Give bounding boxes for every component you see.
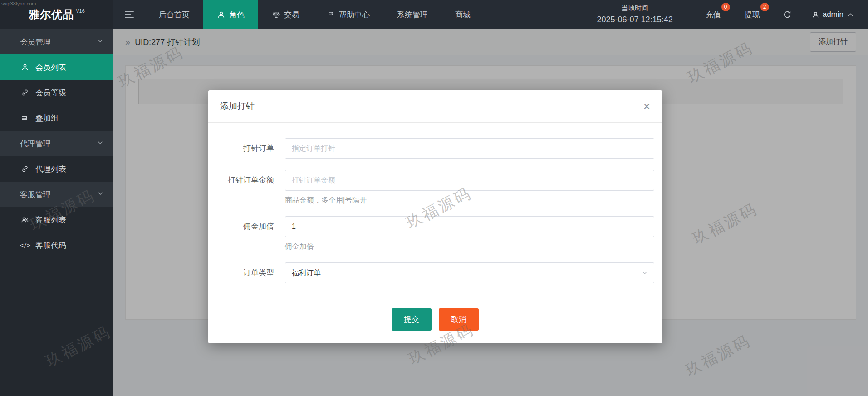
form-row-order-type: 订单类型 福利订单: [217, 262, 662, 283]
person-icon: [217, 10, 226, 19]
field-label: 打针订单金额: [217, 170, 274, 205]
logo-text: 雅尔优品: [29, 7, 74, 22]
add-injection-modal: 添加打针 × 打针订单 打针订单金额 商品金额，多个用|号隔开: [208, 90, 662, 343]
sidebar-item-label: 代理列表: [35, 164, 66, 174]
field-label: 订单类型: [217, 262, 274, 283]
app-logo: 雅尔优品 V16: [0, 0, 113, 29]
chevron-down-icon: [96, 37, 104, 47]
sidebar-item-service-code[interactable]: </> 客服代码: [0, 233, 113, 258]
order-amount-input[interactable]: [285, 170, 654, 191]
person-icon: [812, 11, 819, 19]
nav-roles[interactable]: 角色: [203, 0, 258, 29]
sidebar: 会员管理 会员列表 会员等级 叠加组 代理管理 代理列表 客服管理: [0, 29, 113, 396]
person-icon: [20, 63, 30, 71]
sidebar-group-label: 代理管理: [20, 139, 51, 149]
recharge-button[interactable]: 充值 0: [694, 0, 733, 29]
field-label: 佣金加倍: [217, 216, 274, 252]
link-icon: [20, 165, 30, 173]
close-icon[interactable]: ×: [643, 100, 650, 112]
form-row-order-amount: 打针订单金额 商品金额，多个用|号隔开: [217, 170, 662, 205]
sidebar-group-service-management[interactable]: 客服管理: [0, 182, 113, 207]
chevron-down-icon: [96, 139, 104, 149]
chevron-up-icon: [847, 11, 854, 19]
people-icon: [20, 216, 30, 224]
sidebar-item-label: 客服列表: [35, 215, 66, 225]
nav-help-center[interactable]: 帮助中心: [313, 0, 383, 29]
sidebar-item-label: 会员列表: [35, 62, 66, 73]
order-type-value: 福利订单: [292, 268, 321, 278]
user-menu[interactable]: admin: [803, 0, 868, 29]
chevron-down-icon: [641, 269, 648, 277]
field-hint: 商品金额，多个用|号隔开: [285, 196, 654, 205]
username: admin: [823, 10, 843, 19]
sidebar-item-member-list[interactable]: 会员列表: [0, 54, 113, 80]
nav-label: 系统管理: [397, 10, 428, 20]
sidebar-toggle-button[interactable]: [113, 0, 145, 29]
list-lines-icon: [20, 114, 30, 122]
nav-dashboard[interactable]: 后台首页: [145, 0, 203, 29]
local-time-value: 2025-06-07 12:15:42: [597, 14, 673, 26]
sidebar-group-agent-management[interactable]: 代理管理: [0, 131, 113, 156]
modal-header: 添加打针 ×: [208, 90, 662, 123]
local-time-label: 当地时间: [621, 3, 648, 14]
content-area: » UID:277 打针计划 添加打针 添加打针 × 打针订单: [113, 29, 868, 396]
recharge-badge: 0: [721, 3, 730, 11]
refresh-button[interactable]: [772, 0, 803, 29]
modal-title: 添加打针: [220, 100, 255, 112]
hamburger-icon: [125, 10, 134, 20]
field-hint: 佣金加倍: [285, 242, 654, 252]
sidebar-item-service-list[interactable]: 客服列表: [0, 207, 113, 233]
nav-label: 角色: [229, 10, 245, 20]
chevron-down-icon: [96, 189, 104, 200]
nav-label: 帮助中心: [339, 10, 370, 20]
sidebar-item-stack-group[interactable]: 叠加组: [0, 105, 113, 131]
withdraw-badge: 2: [760, 3, 769, 11]
order-type-select[interactable]: 福利订单: [285, 262, 654, 283]
nav-label: 交易: [284, 10, 299, 20]
nav-trade[interactable]: 交易: [258, 0, 313, 29]
logo-version: V16: [76, 8, 85, 14]
sidebar-item-label: 会员等级: [35, 88, 66, 98]
recharge-label: 充值: [706, 10, 721, 20]
scales-icon: [272, 10, 280, 19]
flag-icon: [327, 10, 335, 19]
injection-order-input[interactable]: [285, 138, 654, 159]
app-window: 雅尔优品 V16 后台首页 角色 交易 帮助中心: [0, 0, 868, 396]
submit-button[interactable]: 提交: [392, 308, 432, 331]
form-row-commission-multiplier: 佣金加倍 佣金加倍: [217, 216, 662, 252]
withdraw-button[interactable]: 提现 2: [733, 0, 772, 29]
withdraw-label: 提现: [745, 10, 760, 20]
sidebar-group-label: 客服管理: [20, 189, 51, 200]
link-icon: [20, 89, 30, 97]
sidebar-item-label: 客服代码: [35, 240, 66, 251]
modal-footer: 提交 取消: [208, 298, 662, 343]
code-icon: </>: [20, 242, 30, 249]
form-row-order: 打针订单: [217, 138, 662, 159]
refresh-icon: [783, 10, 792, 19]
nav-mall[interactable]: 商城: [441, 0, 484, 29]
nav-label: 后台首页: [159, 10, 190, 20]
nav-system-settings[interactable]: 系统管理: [383, 0, 441, 29]
main-nav: 后台首页 角色 交易 帮助中心 系统管理 商城: [145, 0, 484, 29]
sidebar-item-member-level[interactable]: 会员等级: [0, 80, 113, 105]
cancel-button[interactable]: 取消: [439, 308, 479, 331]
nav-label: 商城: [455, 10, 471, 20]
local-time: 当地时间 2025-06-07 12:15:42: [576, 0, 694, 29]
modal-body: 打针订单 打针订单金额 商品金额，多个用|号隔开 佣金加倍: [208, 123, 662, 298]
sidebar-item-label: 叠加组: [35, 113, 59, 124]
topbar-right: 当地时间 2025-06-07 12:15:42 充值 0 提现 2 admin: [576, 0, 868, 29]
sidebar-group-member-management[interactable]: 会员管理: [0, 29, 113, 54]
topbar: 雅尔优品 V16 后台首页 角色 交易 帮助中心: [0, 0, 868, 29]
commission-multiplier-input[interactable]: [285, 216, 654, 237]
field-label: 打针订单: [217, 138, 274, 159]
sidebar-group-label: 会员管理: [20, 37, 51, 47]
sidebar-item-agent-list[interactable]: 代理列表: [0, 156, 113, 182]
